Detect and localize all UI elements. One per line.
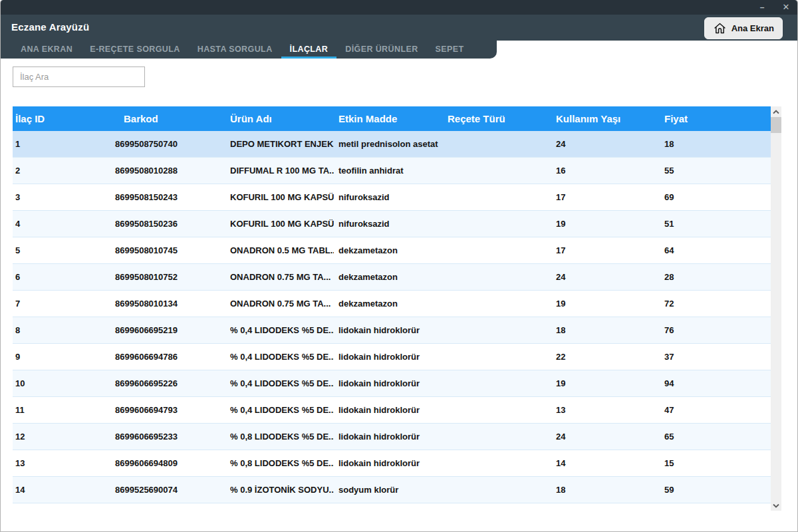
scrollbar-thumb[interactable]: [771, 117, 781, 133]
table-cell: [443, 424, 551, 450]
chevron-up-icon: [773, 110, 779, 114]
table-cell: DIFFUMAL R 100 MG TA...: [225, 158, 334, 184]
scroll-down-button[interactable]: [771, 500, 781, 511]
column-header-etkin-madde[interactable]: Etkin Madde: [334, 106, 443, 131]
scroll-up-button[interactable]: [771, 106, 781, 117]
tab-ilaclar[interactable]: İLAÇLAR: [281, 41, 337, 59]
table-row[interactable]: 108699606695226% 0,4 LIDODEKS %5 DE...li…: [13, 370, 771, 397]
window-controls: – ✕: [755, 0, 793, 15]
home-button[interactable]: Ana Ekran: [704, 17, 783, 39]
table-cell: 64: [660, 237, 771, 263]
table-row[interactable]: 148699525690074% 0.9 İZOTONİK SODYU...so…: [13, 477, 771, 503]
table-row[interactable]: 128699606695233% 0,8 LIDODEKS %5 DE...li…: [13, 424, 771, 450]
table-cell: % 0,4 LIDODEKS %5 DE...: [225, 317, 334, 343]
table-cell: 8699508010752: [110, 264, 225, 290]
table-cell: 8699508150236: [110, 211, 225, 237]
table-cell: 51: [660, 211, 771, 237]
table-cell: ONADRON 0.5 MG TABL...: [225, 237, 334, 263]
table-cell: 47: [660, 397, 771, 423]
vertical-scrollbar[interactable]: [771, 106, 781, 511]
table-cell: 24: [551, 264, 660, 290]
table-cell: 59: [660, 477, 771, 503]
table-cell: dekzametazon: [334, 264, 443, 290]
table-cell: 7: [13, 291, 110, 317]
table-cell: 15: [660, 450, 771, 476]
table-body: 18699508750740DEPO METIKORT ENJEK...meti…: [13, 131, 771, 503]
titlebar: – ✕: [1, 0, 797, 15]
app-title: Eczane Arayüzü: [11, 21, 89, 33]
table-cell: % 0,8 LIDODEKS %5 DE...: [225, 424, 334, 450]
table-cell: 8699508150243: [110, 184, 225, 210]
table-header-row: İlaç ID Barkod Ürün Adı Etkin Madde Reçe…: [13, 106, 771, 131]
tab-diger-urunler[interactable]: DİĞER ÜRÜNLER: [336, 41, 426, 59]
table-cell: lidokain hidroklorür: [334, 450, 443, 476]
table-cell: 2: [13, 158, 110, 184]
table-cell: [443, 450, 551, 476]
table-cell: 13: [13, 450, 110, 476]
table-cell: 55: [660, 158, 771, 184]
table-cell: [443, 477, 551, 503]
table-cell: dekzametazon: [334, 291, 443, 317]
minimize-button[interactable]: –: [755, 0, 769, 15]
table-cell: % 0,4 LIDODEKS %5 DE...: [225, 344, 334, 370]
table-row[interactable]: 18699508750740DEPO METIKORT ENJEK...meti…: [13, 131, 771, 158]
tab-hasta-sorgula[interactable]: HASTA SORGULA: [189, 41, 281, 59]
table-cell: 8699508010288: [110, 158, 225, 184]
table-cell: 69: [660, 184, 771, 210]
table-cell: DEPO METIKORT ENJEK...: [225, 131, 334, 157]
table-cell: KOFURIL 100 MG KAPSÜ...: [225, 211, 334, 237]
table-row[interactable]: 68699508010752ONADRON 0.75 MG TA...dekza…: [13, 264, 771, 291]
app-header: Eczane Arayüzü Ana Ekran ANA EKRAN E-REÇ…: [1, 15, 797, 59]
chevron-down-icon: [773, 503, 779, 508]
table-row[interactable]: 88699606695219% 0,4 LIDODEKS %5 DE...lid…: [13, 317, 771, 344]
table-cell: dekzametazon: [334, 237, 443, 263]
table-cell: KOFURIL 100 MG KAPSÜ...: [225, 184, 334, 210]
table-cell: 12: [13, 424, 110, 450]
table-cell: lidokain hidroklorür: [334, 370, 443, 396]
home-icon: [713, 21, 727, 35]
table-row[interactable]: 118699606694793% 0,4 LIDODEKS %5 DE...li…: [13, 397, 771, 424]
table-row[interactable]: 58699508010745ONADRON 0.5 MG TABL...dekz…: [13, 237, 771, 264]
table-cell: ONADRON 0.75 MG TA...: [225, 291, 334, 317]
column-header-barkod[interactable]: Barkod: [110, 106, 225, 131]
tab-sepet[interactable]: SEPET: [427, 41, 473, 59]
table-cell: 65: [660, 424, 771, 450]
table-cell: % 0,4 LIDODEKS %5 DE...: [225, 370, 334, 396]
table-cell: 8699508010745: [110, 237, 225, 263]
column-header-kullanim-yasi[interactable]: Kullanım Yaşı: [551, 106, 660, 131]
table-cell: lidokain hidroklorür: [334, 344, 443, 370]
table-cell: 18: [551, 317, 660, 343]
table-cell: 72: [660, 291, 771, 317]
table-row[interactable]: 138699606694809% 0,8 LIDODEKS %5 DE...li…: [13, 450, 771, 477]
column-header-urun-adi[interactable]: Ürün Adı: [225, 106, 334, 131]
table-cell: metil prednisolon asetat: [334, 131, 443, 157]
table-cell: 8699606694793: [110, 397, 225, 423]
table-row[interactable]: 98699606694786% 0,4 LIDODEKS %5 DE...lid…: [13, 344, 771, 370]
table-cell: [443, 264, 551, 290]
close-button[interactable]: ✕: [779, 0, 793, 15]
tab-ana-ekran[interactable]: ANA EKRAN: [12, 41, 81, 59]
table-cell: 76: [660, 317, 771, 343]
table-cell: teofilin anhidrat: [334, 158, 443, 184]
tab-e-recete-sorgula[interactable]: E-REÇETE SORGULA: [81, 41, 189, 59]
table-cell: 4: [13, 211, 110, 237]
table-cell: lidokain hidroklorür: [334, 424, 443, 450]
column-header-fiyat[interactable]: Fiyat: [660, 106, 771, 131]
search-input[interactable]: [13, 66, 145, 87]
table-cell: 14: [13, 477, 110, 503]
table-cell: ONADRON 0.75 MG TA...: [225, 264, 334, 290]
column-header-recete-turu[interactable]: Reçete Türü: [443, 106, 551, 131]
table-row[interactable]: 28699508010288DIFFUMAL R 100 MG TA...teo…: [13, 158, 771, 184]
table-cell: % 0.9 İZOTONİK SODYU...: [225, 477, 334, 503]
table-cell: % 0,4 LIDODEKS %5 DE...: [225, 397, 334, 423]
table-row[interactable]: 48699508150236KOFURIL 100 MG KAPSÜ...nif…: [13, 211, 771, 237]
table-cell: 8699525690074: [110, 477, 225, 503]
table-cell: 11: [13, 397, 110, 423]
table-cell: [443, 291, 551, 317]
table-cell: 28: [660, 264, 771, 290]
column-header-ilac-id[interactable]: İlaç ID: [13, 106, 110, 131]
table-cell: [443, 131, 551, 157]
table-cell: 37: [660, 344, 771, 370]
table-row[interactable]: 78699508010134ONADRON 0.75 MG TA...dekza…: [13, 291, 771, 317]
table-row[interactable]: 38699508150243KOFURIL 100 MG KAPSÜ...nif…: [13, 184, 771, 211]
